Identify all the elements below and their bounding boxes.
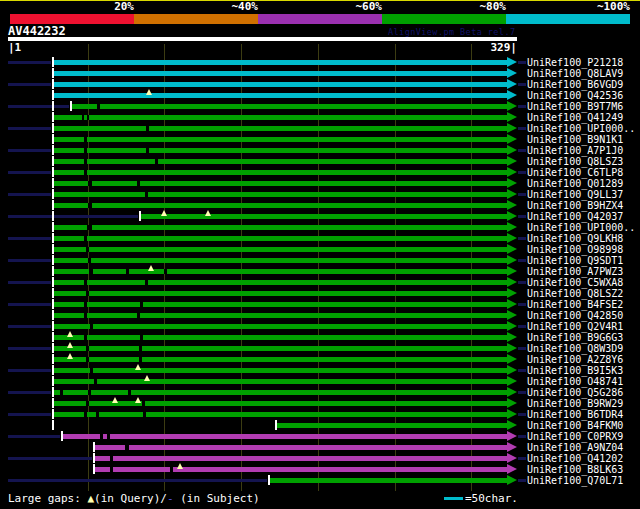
hit-label[interactable]: UniRef100_C5WXA8: [527, 277, 623, 288]
hit-label[interactable]: UniRef100_Q8LAV9: [527, 68, 623, 79]
hit-label[interactable]: UniRef100_A2Z8Y6: [527, 354, 623, 365]
hit-bar[interactable]: [54, 401, 507, 406]
hit-arrowhead-icon[interactable]: [507, 475, 517, 485]
hit-arrowhead-icon[interactable]: [507, 178, 517, 188]
hit-arrowhead-icon[interactable]: [507, 101, 517, 111]
hit-bar[interactable]: [54, 368, 507, 373]
hit-bar[interactable]: [95, 445, 507, 450]
hit-bar[interactable]: [95, 467, 507, 472]
hit-label[interactable]: UniRef100_Q9LKH8: [527, 233, 623, 244]
hit-bar[interactable]: [54, 203, 507, 208]
hit-arrowhead-icon[interactable]: [507, 222, 517, 232]
hit-arrowhead-icon[interactable]: [507, 442, 517, 452]
hit-label[interactable]: UniRef100_B6TDR4: [527, 409, 623, 420]
hit-label[interactable]: UniRef100_C6TLP8: [527, 167, 623, 178]
hit-arrowhead-icon[interactable]: [507, 321, 517, 331]
hit-bar[interactable]: [95, 456, 507, 461]
hit-arrowhead-icon[interactable]: [507, 123, 517, 133]
hit-bar[interactable]: [54, 115, 507, 120]
hit-bar[interactable]: [54, 269, 507, 274]
hit-label[interactable]: UniRef100_UPI000..: [527, 123, 635, 134]
hit-label[interactable]: UniRef100_Q01289: [527, 178, 623, 189]
hit-arrowhead-icon[interactable]: [507, 134, 517, 144]
hit-bar[interactable]: [54, 291, 507, 296]
hit-arrowhead-icon[interactable]: [507, 244, 517, 254]
hit-arrowhead-icon[interactable]: [507, 288, 517, 298]
hit-arrowhead-icon[interactable]: [507, 255, 517, 265]
hit-bar[interactable]: [54, 258, 507, 263]
hit-arrowhead-icon[interactable]: [507, 420, 517, 430]
hit-label[interactable]: UniRef100_Q9LL37: [527, 189, 623, 200]
hit-bar[interactable]: [277, 423, 507, 428]
hit-arrowhead-icon[interactable]: [507, 200, 517, 210]
hit-label[interactable]: UniRef100_B6VGD9: [527, 79, 623, 90]
hit-label[interactable]: UniRef100_Q5G286: [527, 387, 623, 398]
hit-arrowhead-icon[interactable]: [507, 299, 517, 309]
hit-arrowhead-icon[interactable]: [507, 387, 517, 397]
hit-bar[interactable]: [54, 390, 507, 395]
hit-label[interactable]: UniRef100_Q9SDT1: [527, 255, 623, 266]
hit-arrowhead-icon[interactable]: [507, 277, 517, 287]
hit-label[interactable]: UniRef100_B9G6G3: [527, 332, 623, 343]
hit-label[interactable]: UniRef100_A7PWZ3: [527, 266, 623, 277]
hit-label[interactable]: UniRef100_Q70L71: [527, 475, 623, 486]
hit-arrowhead-icon[interactable]: [507, 57, 517, 67]
hit-arrowhead-icon[interactable]: [507, 453, 517, 463]
hit-bar[interactable]: [54, 335, 507, 340]
hit-arrowhead-icon[interactable]: [507, 189, 517, 199]
hit-bar[interactable]: [54, 71, 507, 76]
hit-bar[interactable]: [54, 148, 507, 153]
hit-bar[interactable]: [54, 82, 507, 87]
hit-arrowhead-icon[interactable]: [507, 332, 517, 342]
hit-bar[interactable]: [54, 379, 507, 384]
hit-arrowhead-icon[interactable]: [507, 167, 517, 177]
hit-label[interactable]: UniRef100_B9N1K1: [527, 134, 623, 145]
hit-arrowhead-icon[interactable]: [507, 376, 517, 386]
hit-bar[interactable]: [54, 324, 507, 329]
hit-arrowhead-icon[interactable]: [507, 211, 517, 221]
hit-label[interactable]: UniRef100_B9HZX4: [527, 200, 623, 211]
hit-bar[interactable]: [141, 214, 507, 219]
hit-label[interactable]: UniRef100_Q42037: [527, 211, 623, 222]
hit-bar[interactable]: [72, 104, 507, 109]
hit-label[interactable]: UniRef100_B9RW29: [527, 398, 623, 409]
hit-bar[interactable]: [54, 412, 507, 417]
hit-arrowhead-icon[interactable]: [507, 365, 517, 375]
hit-label[interactable]: UniRef100_A9NZ04: [527, 442, 623, 453]
hit-label[interactable]: UniRef100_Q42536: [527, 90, 623, 101]
hit-label[interactable]: UniRef100_Q8LSZ2: [527, 288, 623, 299]
hit-label[interactable]: UniRef100_B4FKM0: [527, 420, 623, 431]
hit-label[interactable]: UniRef100_O98998: [527, 244, 623, 255]
hit-bar[interactable]: [54, 60, 507, 65]
hit-arrowhead-icon[interactable]: [507, 354, 517, 364]
hit-label[interactable]: UniRef100_Q41202: [527, 453, 623, 464]
hit-arrowhead-icon[interactable]: [507, 310, 517, 320]
hit-bar[interactable]: [54, 346, 507, 351]
hit-label[interactable]: UniRef100_B8LK63: [527, 464, 623, 475]
hit-label[interactable]: UniRef100_O48741: [527, 376, 623, 387]
hit-arrowhead-icon[interactable]: [507, 112, 517, 122]
hit-label[interactable]: UniRef100_B4FSE2: [527, 299, 623, 310]
hit-bar[interactable]: [63, 434, 507, 439]
hit-bar[interactable]: [54, 302, 507, 307]
hit-label[interactable]: UniRef100_A7P1J0: [527, 145, 623, 156]
hit-arrowhead-icon[interactable]: [507, 68, 517, 78]
hit-bar[interactable]: [54, 93, 507, 98]
hit-arrowhead-icon[interactable]: [507, 156, 517, 166]
hit-label[interactable]: UniRef100_C0PRX9: [527, 431, 623, 442]
hit-arrowhead-icon[interactable]: [507, 79, 517, 89]
hit-bar[interactable]: [54, 137, 507, 142]
hit-label[interactable]: UniRef100_Q42850: [527, 310, 623, 321]
hit-bar[interactable]: [54, 126, 507, 131]
hit-label[interactable]: UniRef100_B9I5K3: [527, 365, 623, 376]
hit-arrowhead-icon[interactable]: [507, 343, 517, 353]
hit-arrowhead-icon[interactable]: [507, 90, 517, 100]
hit-arrowhead-icon[interactable]: [507, 145, 517, 155]
hit-bar[interactable]: [54, 236, 507, 241]
hit-bar[interactable]: [54, 280, 507, 285]
hit-label[interactable]: UniRef100_B9T7M6: [527, 101, 623, 112]
hit-label[interactable]: UniRef100_Q2V4R1: [527, 321, 623, 332]
hit-bar[interactable]: [54, 247, 507, 252]
hit-bar[interactable]: [54, 170, 507, 175]
hit-bar[interactable]: [54, 225, 507, 230]
